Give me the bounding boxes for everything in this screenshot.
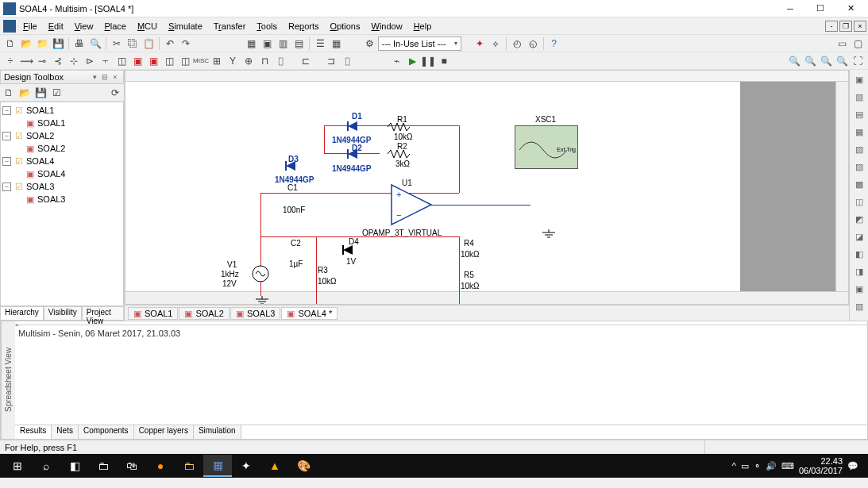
- panel-pin-icon[interactable]: ⊟: [100, 72, 110, 82]
- tc-8[interactable]: ◫: [114, 54, 129, 68]
- undo-button[interactable]: ↶: [163, 37, 177, 51]
- close-button[interactable]: ✕: [836, 1, 865, 17]
- tb-g3[interactable]: ▥: [276, 37, 290, 51]
- label-xsc1[interactable]: XSC1: [535, 115, 556, 124]
- tree-schematic[interactable]: SOAL3: [37, 194, 65, 204]
- tc-1[interactable]: ÷: [3, 54, 17, 68]
- tc-11[interactable]: ◫: [162, 54, 176, 68]
- menu-options[interactable]: Options: [325, 20, 366, 33]
- ss-tab-results[interactable]: Results: [15, 425, 52, 439]
- redo-button[interactable]: ↷: [179, 37, 193, 51]
- tc-16[interactable]: ⊕: [241, 54, 256, 68]
- tray-wifi-icon[interactable]: ⚬: [754, 461, 761, 471]
- ss-tab-simulation[interactable]: Simulation: [194, 425, 241, 439]
- design-tree[interactable]: −☑SOAL1 ▣SOAL1 −☑SOAL2 ▣SOAL2 −☑SOAL4 ▣S…: [0, 102, 124, 306]
- tb-r1[interactable]: ▭: [835, 37, 849, 51]
- store-button[interactable]: 🛍: [118, 455, 146, 477]
- tc-7[interactable]: ⫟: [98, 54, 113, 68]
- instr-scope-icon[interactable]: ▦: [851, 124, 867, 140]
- ss-tab-copper[interactable]: Copper layers: [134, 425, 194, 439]
- tb-comp-icon[interactable]: ⚙: [362, 37, 376, 51]
- menu-window[interactable]: Window: [365, 20, 407, 33]
- tb-m3[interactable]: ◴: [510, 37, 524, 51]
- tray-lang-icon[interactable]: ⌨: [781, 461, 794, 471]
- panel-dropdown-icon[interactable]: ▾: [90, 72, 99, 82]
- zoom-in-button[interactable]: 🔍: [803, 54, 817, 68]
- zoom-sel-button[interactable]: 🔍: [835, 54, 849, 68]
- tc-9[interactable]: ▣: [130, 54, 145, 68]
- diode-d2-icon[interactable]: [346, 149, 362, 159]
- resistor-r2-icon[interactable]: [388, 150, 411, 158]
- oscilloscope-xsc1[interactable]: Ext Trig: [515, 125, 578, 169]
- menu-tools[interactable]: Tools: [251, 20, 283, 33]
- tc-5[interactable]: ⊹: [67, 54, 81, 68]
- app-button[interactable]: ✦: [232, 455, 260, 477]
- start-button[interactable]: ⊞: [3, 455, 32, 477]
- new-button[interactable]: 🗋: [3, 37, 17, 51]
- tc-3[interactable]: ⊸: [35, 54, 49, 68]
- sch-tab-soal3[interactable]: ▣SOAL3: [230, 307, 280, 320]
- tab-visibility[interactable]: Visibility: [44, 307, 82, 321]
- menu-help[interactable]: Help: [408, 20, 438, 33]
- tab-hierarchy[interactable]: Hierarchy: [0, 307, 44, 321]
- menu-reports[interactable]: Reports: [283, 20, 325, 33]
- mdi-minimize-button[interactable]: -: [825, 21, 838, 32]
- diode-d1-icon[interactable]: [346, 121, 362, 131]
- tb-g1[interactable]: ▦: [244, 37, 258, 51]
- maximize-button[interactable]: ☐: [806, 1, 835, 17]
- resistor-r1-icon[interactable]: [388, 123, 411, 131]
- save-button[interactable]: 💾: [51, 37, 65, 51]
- paste-button[interactable]: 📋: [141, 37, 156, 51]
- panel-close-icon[interactable]: ×: [110, 72, 120, 82]
- pause-button[interactable]: ❚❚: [421, 54, 435, 68]
- explorer-button[interactable]: 🗀: [89, 455, 118, 477]
- schematic-canvas[interactable]: Ext Trig D1 1N4944GP D2 1N4944GP D3 1N49…: [125, 82, 740, 291]
- mdi-close-button[interactable]: ×: [854, 21, 866, 32]
- preview-button[interactable]: 🔍: [88, 37, 102, 51]
- cut-button[interactable]: ✂: [110, 37, 124, 51]
- tree-schematic[interactable]: SOAL4: [37, 169, 65, 179]
- tc-10[interactable]: ▣: [146, 54, 160, 68]
- source-v1-icon[interactable]: [251, 264, 270, 283]
- dt-refresh-icon[interactable]: ⟳: [108, 86, 122, 100]
- menu-mcu[interactable]: MCU: [132, 20, 163, 33]
- menu-simulate[interactable]: Simulate: [163, 20, 208, 33]
- app2-button[interactable]: ▲: [260, 455, 289, 477]
- full-screen-button[interactable]: ⛶: [851, 54, 865, 68]
- tb-m2[interactable]: ⟡: [488, 37, 503, 51]
- mdi-restore-button[interactable]: ❐: [839, 21, 852, 32]
- instr-logic2-icon[interactable]: ◪: [851, 229, 867, 244]
- tb-m4[interactable]: ◵: [526, 37, 540, 51]
- tc-21[interactable]: ⌷: [340, 54, 354, 68]
- ss-tab-components[interactable]: Components: [79, 425, 134, 439]
- stop-button[interactable]: ■: [437, 54, 451, 68]
- tray-volume-icon[interactable]: 🔊: [766, 461, 777, 471]
- open-button[interactable]: 📂: [19, 37, 33, 51]
- menu-file[interactable]: File: [17, 20, 43, 33]
- instr-4ch-icon[interactable]: ▧: [851, 141, 867, 157]
- label-r4[interactable]: R4: [464, 239, 474, 248]
- tree-folder[interactable]: SOAL2: [26, 131, 54, 140]
- menu-edit[interactable]: Edit: [43, 20, 69, 33]
- dt-open-icon[interactable]: 📂: [17, 86, 32, 100]
- tb-g5[interactable]: ☰: [313, 37, 327, 51]
- instr-logic-icon[interactable]: ◩: [851, 211, 867, 227]
- tree-folder[interactable]: SOAL3: [26, 182, 54, 191]
- label-c1[interactable]: C1: [287, 183, 298, 192]
- tc-4[interactable]: ⊰: [51, 54, 65, 68]
- firefox-button[interactable]: ●: [146, 455, 175, 477]
- tc-switch[interactable]: ⌁: [389, 54, 403, 68]
- tc-6[interactable]: ⊳: [83, 54, 97, 68]
- tc-20[interactable]: ⊐: [324, 54, 338, 68]
- instr-spec-icon[interactable]: ▣: [851, 281, 867, 297]
- label-d1[interactable]: D1: [352, 112, 362, 121]
- multisim-task-button[interactable]: ▦: [203, 455, 232, 477]
- label-r5[interactable]: R5: [464, 271, 474, 279]
- in-use-list-combo[interactable]: --- In-Use List ---: [378, 37, 461, 51]
- paint-button[interactable]: 🎨: [289, 455, 318, 477]
- tc-18[interactable]: ⌷: [273, 54, 287, 68]
- tree-schematic[interactable]: SOAL2: [37, 144, 65, 153]
- tc-12[interactable]: ◫: [178, 54, 192, 68]
- search-button[interactable]: ⌕: [32, 455, 60, 477]
- instr-dist-icon[interactable]: ◨: [851, 263, 867, 279]
